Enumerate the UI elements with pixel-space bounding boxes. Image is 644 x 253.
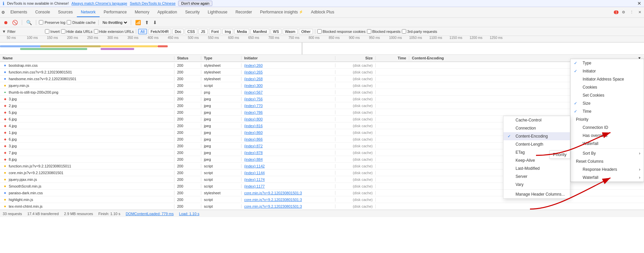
throttle-select[interactable]: No throttling [101, 20, 128, 25]
col-has-overrides-item[interactable]: Has overrides [571, 132, 644, 140]
blocked-cookies-label[interactable]: Blocked response cookies [317, 29, 366, 34]
col-initiator-item[interactable]: Initiator [571, 67, 644, 75]
table-row[interactable]: ■ function.min.css?v=9.2.120230801501 20… [0, 69, 644, 75]
invert-checkbox[interactable] [45, 29, 49, 34]
col-initiator-addr-item[interactable]: Initiator Address Space [571, 75, 644, 83]
col-connection-id-item[interactable]: Connection ID [571, 123, 644, 132]
table-row[interactable]: ◆ 3.jpg 200 jpeg (index):756 (disk cache… [0, 96, 644, 102]
last-modified-item[interactable]: Last-Modified [503, 164, 570, 172]
content-encoding-item[interactable]: Content-Encoding [503, 132, 570, 140]
status-bar: 33 requests 17.4 kB transferred 2.9 MB r… [0, 210, 644, 217]
col-waterfall2-item[interactable]: Waterfall [571, 173, 644, 182]
more-icon[interactable]: ⋮ [629, 9, 635, 15]
filter-js-btn[interactable]: JS [199, 29, 208, 34]
png-icon: ● [3, 90, 7, 95]
info-message: DevTools is now available in Chinese! [7, 1, 69, 5]
table-row[interactable]: ■ tex-mml-chtml.min.js 200 script core.m… [0, 203, 644, 210]
hide-data-urls-checkbox[interactable] [61, 29, 65, 34]
css-icon: ■ [3, 70, 7, 74]
filter-manifest-btn[interactable]: Manifest [251, 29, 269, 34]
record-icon[interactable]: ⏺ [2, 19, 9, 26]
table-row[interactable]: ■ bootstrap.min.css 200 stylesheet (inde… [0, 62, 644, 69]
col-time-item[interactable]: Time [571, 107, 644, 115]
tab-lighthouse[interactable]: Lighthouse [204, 8, 231, 17]
tab-network[interactable]: Network [77, 8, 100, 17]
table-row[interactable]: ◆ 2.jpg 200 jpeg (index):770 (disk cache… [0, 102, 644, 109]
col-name-header[interactable]: Name [0, 56, 174, 60]
tab-console[interactable]: Console [31, 8, 54, 17]
export-icon[interactable]: ⬇ [152, 19, 158, 26]
reset-columns-item[interactable]: Reset Columns [571, 157, 644, 165]
close-devtools-icon[interactable]: ✕ [637, 9, 643, 15]
col-cookies-item[interactable]: Cookies [571, 83, 644, 91]
disable-cache-label[interactable]: Disable cache [67, 20, 96, 24]
tab-application[interactable]: Application [153, 8, 181, 17]
table-row[interactable]: ■ handsome.min.css?v=9.2.120230801501 20… [0, 75, 644, 82]
disable-cache-checkbox[interactable] [67, 20, 71, 24]
js-icon: ■ [3, 184, 7, 189]
hide-ext-urls-checkbox[interactable] [94, 29, 98, 34]
filter-font-btn[interactable]: Font [209, 29, 221, 34]
col-type-item[interactable]: Type [571, 59, 644, 67]
invert-label[interactable]: Invert [45, 29, 60, 34]
clear-icon[interactable]: 🚫 [11, 19, 19, 26]
tab-memory[interactable]: Memory [131, 8, 153, 17]
always-match-link[interactable]: Always match Chrome's language [71, 1, 127, 5]
col-set-cookies-item[interactable]: Set Cookies [571, 91, 644, 99]
content-length-item[interactable]: Content-Length [503, 140, 570, 148]
preserve-log-checkbox[interactable] [39, 20, 43, 24]
col-type-header[interactable]: Type [201, 56, 241, 60]
filter-input[interactable] [17, 30, 44, 34]
col-priority-item[interactable]: Priority [571, 115, 644, 123]
tab-performance-insights[interactable]: Performance insights⚡ [256, 8, 307, 17]
connection-item[interactable]: Connection [503, 124, 570, 132]
filter-all-btn[interactable]: All [138, 29, 147, 34]
manage-header-columns-item[interactable]: Manage Header Columns... [503, 190, 570, 198]
dont-show-button[interactable]: Don't show again [178, 1, 212, 6]
tab-adblock[interactable]: Adblock Plus [307, 8, 338, 17]
tab-performance[interactable]: Performance [100, 8, 131, 17]
filter-funnel-icon[interactable]: ▼ [2, 29, 6, 34]
blocked-cookies-checkbox[interactable] [317, 29, 322, 34]
hide-data-urls-label[interactable]: Hide data URLs [61, 29, 93, 34]
third-party-checkbox[interactable] [402, 29, 406, 34]
vary-item[interactable]: Vary [503, 181, 570, 189]
blocked-requests-checkbox[interactable] [367, 29, 371, 34]
filter-other-btn[interactable]: Other [299, 29, 313, 34]
col-initiator-header[interactable]: Initiator [241, 56, 335, 60]
col-time-header[interactable]: Time [376, 56, 409, 60]
filter-ws-btn[interactable]: WS [271, 29, 281, 34]
switch-devtools-link[interactable]: Switch DevTools to Chinese [130, 1, 175, 5]
network-conditions-icon[interactable]: 📶 [134, 19, 142, 26]
filter-img-btn[interactable]: Img [222, 29, 233, 34]
settings-icon[interactable]: ⚙ [621, 9, 627, 15]
close-icon[interactable]: ✕ [637, 1, 641, 6]
col-size-item[interactable]: Size [571, 99, 644, 107]
table-row[interactable]: ■ jquery.min.js 200 script (index):300 (… [0, 82, 644, 89]
transferred-size: 17.4 kB transferred [27, 212, 59, 216]
col-waterfall-item[interactable]: Waterfall [571, 140, 644, 148]
tab-recorder[interactable]: Recorder [231, 8, 256, 17]
col-status-header[interactable]: Status [174, 56, 201, 60]
filter-icon[interactable]: 🔍 [25, 19, 33, 26]
tab-sources[interactable]: Sources [54, 8, 77, 17]
filter-css-btn[interactable]: CSS [185, 29, 197, 34]
server-item[interactable]: Server [503, 172, 570, 181]
col-sort-by-item[interactable]: Sort By [571, 149, 644, 157]
filter-doc-btn[interactable]: Doc [172, 29, 184, 34]
col-size-header[interactable]: Size [335, 56, 376, 60]
cache-control-item[interactable]: Cache-Control [503, 116, 570, 124]
hide-ext-urls-label[interactable]: Hide extension URLs [94, 29, 134, 34]
blocked-requests-label[interactable]: Blocked requests [367, 29, 400, 34]
tab-elements[interactable]: Elements [6, 8, 31, 17]
table-row[interactable]: ● thumb-is-still-top-200x200.png 200 png… [0, 89, 644, 96]
tab-security[interactable]: Security [181, 8, 204, 17]
preserve-log-label[interactable]: Preserve log [39, 20, 65, 24]
filter-fetch-btn[interactable]: Fetch/XHR [148, 29, 171, 34]
col-response-headers-item[interactable]: Response Headers [571, 165, 644, 173]
filter-wasm-btn[interactable]: Wasm [283, 29, 298, 34]
filter-media-btn[interactable]: Media [234, 29, 249, 34]
table-row[interactable]: ◆ 5.jpg 200 jpeg (index):786 (disk cache… [0, 109, 644, 116]
third-party-label[interactable]: 3rd-party requests [402, 29, 437, 34]
import-icon[interactable]: ⬆ [144, 19, 150, 26]
